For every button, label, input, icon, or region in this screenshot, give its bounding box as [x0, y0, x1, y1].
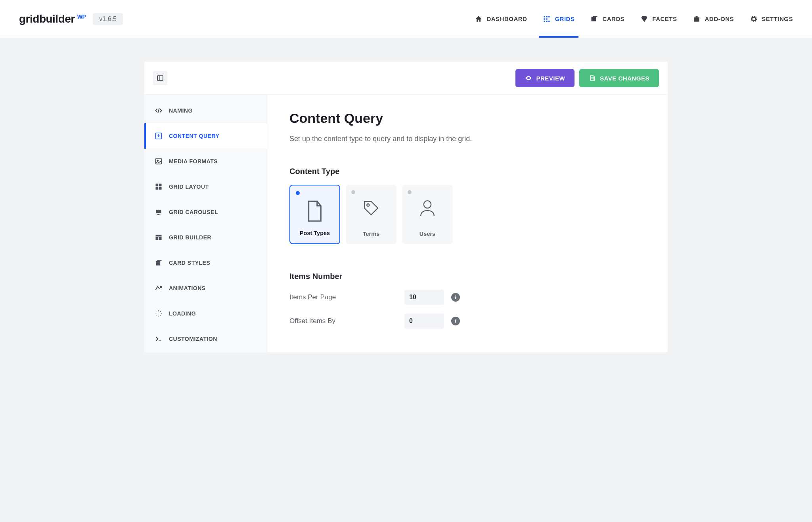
- svg-point-24: [159, 214, 161, 215]
- brand-suffix: WP: [77, 13, 86, 20]
- svg-rect-17: [156, 184, 159, 187]
- svg-rect-12: [157, 76, 163, 80]
- svg-rect-6: [546, 21, 548, 22]
- content-area: Content Query Set up the content type to…: [267, 95, 668, 352]
- sidebar-item-loading[interactable]: LOADING: [144, 301, 267, 326]
- nav-label: FACETS: [652, 15, 677, 22]
- items-per-page-input[interactable]: [404, 290, 444, 305]
- sidebar-item-label: GRID CAROUSEL: [169, 209, 218, 215]
- svg-rect-29: [157, 260, 162, 261]
- nav-label: DASHBOARD: [486, 15, 527, 22]
- content-type-terms[interactable]: Terms: [346, 185, 396, 244]
- sidebar-item-label: CUSTOMIZATION: [169, 336, 217, 342]
- sidebar-item-grid-carousel[interactable]: GRID CAROUSEL: [144, 199, 267, 225]
- card-label: Terms: [363, 231, 379, 237]
- sidebar-item-content-query[interactable]: CONTENT QUERY: [144, 123, 267, 149]
- nav-label: SETTINGS: [762, 15, 793, 22]
- svg-point-23: [158, 214, 159, 215]
- action-bar: PREVIEW SAVE CHANGES: [144, 62, 668, 95]
- download-box-icon: [155, 132, 163, 140]
- svg-point-35: [158, 315, 159, 317]
- save-icon: [589, 75, 596, 82]
- sidebar-item-label: LOADING: [169, 310, 196, 317]
- svg-point-31: [158, 310, 159, 312]
- code-icon: [155, 107, 163, 115]
- page-title: Content Query: [289, 111, 645, 126]
- svg-point-16: [157, 160, 158, 161]
- svg-point-34: [160, 315, 161, 316]
- sidebar-item-label: GRID BUILDER: [169, 234, 211, 241]
- nav-addons[interactable]: ADD-ONS: [693, 0, 734, 38]
- sidebar-item-card-styles[interactable]: CARD STYLES: [144, 250, 267, 275]
- svg-point-37: [155, 313, 157, 314]
- svg-rect-21: [156, 210, 161, 213]
- sidebar-item-label: MEDIA FORMATS: [169, 158, 218, 164]
- save-button[interactable]: SAVE CHANGES: [579, 69, 659, 87]
- sidebar-item-grid-layout[interactable]: GRID LAYOUT: [144, 174, 267, 199]
- nav-label: CARDS: [602, 15, 624, 22]
- nav-grids[interactable]: GRIDS: [543, 0, 575, 38]
- topbar: gridbuilder WP v1.6.5 DASHBOARD GRIDS CA…: [0, 0, 812, 38]
- sidebar-item-naming[interactable]: NAMING: [144, 98, 267, 123]
- sidebar-item-media-formats[interactable]: MEDIA FORMATS: [144, 149, 267, 174]
- preview-button[interactable]: PREVIEW: [515, 69, 575, 87]
- brand-logo: gridbuilder WP: [19, 13, 86, 25]
- svg-point-22: [157, 214, 158, 215]
- svg-point-39: [367, 204, 369, 206]
- info-icon[interactable]: i: [451, 293, 460, 302]
- info-icon[interactable]: i: [451, 317, 460, 325]
- offset-items-by-input[interactable]: [404, 314, 444, 329]
- stack-icon: [155, 259, 163, 267]
- cards-icon: [590, 15, 598, 23]
- svg-rect-26: [156, 237, 159, 240]
- svg-point-36: [156, 315, 157, 316]
- sidebar-item-label: ANIMATIONS: [169, 285, 206, 291]
- card-label: Users: [419, 231, 435, 237]
- svg-rect-19: [156, 187, 159, 190]
- svg-rect-25: [156, 235, 162, 236]
- carousel-icon: [155, 208, 163, 216]
- sidebar-item-label: GRID LAYOUT: [169, 184, 209, 190]
- svg-rect-9: [593, 16, 598, 17]
- svg-rect-18: [159, 184, 162, 187]
- svg-rect-28: [156, 261, 160, 266]
- spinner-icon: [155, 310, 163, 317]
- button-label: SAVE CHANGES: [600, 75, 649, 82]
- content-type-users[interactable]: Users: [402, 185, 453, 244]
- nav-dashboard[interactable]: DASHBOARD: [475, 0, 527, 38]
- radio-dot: [351, 190, 355, 194]
- sidebar-item-label: NAMING: [169, 107, 193, 114]
- gear-icon: [750, 15, 758, 23]
- tag-icon: [362, 199, 380, 221]
- nav-label: GRIDS: [555, 15, 575, 22]
- sidebar-item-animations[interactable]: ANIMATIONS: [144, 275, 267, 301]
- svg-point-32: [160, 311, 161, 312]
- content-type-post-types[interactable]: Post Types: [289, 185, 340, 244]
- sidebar-item-grid-builder[interactable]: GRID BUILDER: [144, 225, 267, 250]
- page-subtitle: Set up the content type to query and to …: [289, 135, 645, 143]
- radio-dot: [296, 191, 300, 195]
- svg-rect-20: [159, 187, 162, 190]
- items-number-heading: Items Number: [289, 272, 645, 281]
- nav-facets[interactable]: FACETS: [640, 0, 677, 38]
- eye-icon: [525, 75, 532, 82]
- svg-rect-10: [694, 17, 699, 21]
- prompt-icon: [155, 335, 163, 343]
- svg-point-38: [156, 311, 157, 312]
- nav-label: ADD-ONS: [705, 15, 734, 22]
- svg-point-30: [160, 286, 161, 287]
- card-label: Post Types: [300, 230, 330, 236]
- radio-dot: [408, 190, 412, 194]
- layout-icon: [155, 183, 163, 191]
- animation-icon: [155, 284, 163, 292]
- app-panel: PREVIEW SAVE CHANGES NAMING CONTENT QUER…: [144, 62, 668, 352]
- svg-rect-2: [549, 16, 550, 17]
- svg-rect-11: [696, 16, 698, 17]
- nav-settings[interactable]: SETTINGS: [750, 0, 793, 38]
- svg-rect-0: [544, 16, 545, 17]
- sidebar-toggle[interactable]: [153, 71, 167, 85]
- content-type-options: Post Types Terms Users: [289, 185, 645, 244]
- sidebar-item-label: CARD STYLES: [169, 260, 210, 266]
- nav-cards[interactable]: CARDS: [590, 0, 624, 38]
- sidebar-item-customization[interactable]: CUSTOMIZATION: [144, 326, 267, 352]
